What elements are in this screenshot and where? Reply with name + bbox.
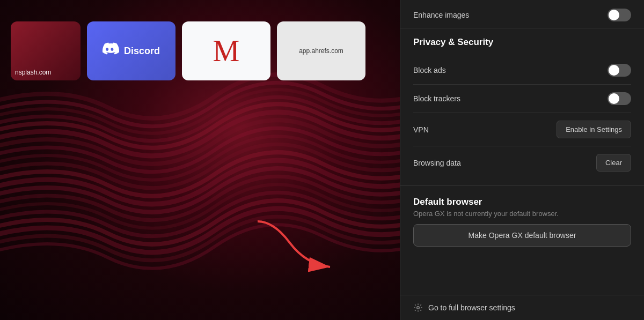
toggle-thumb-trackers — [609, 93, 619, 104]
speed-dial-discord[interactable]: Discord — [87, 21, 175, 80]
block-trackers-label: Block trackers — [413, 94, 460, 103]
enhance-images-toggle[interactable] — [608, 9, 631, 21]
vpn-row: VPN Enable in Settings — [413, 115, 631, 144]
svg-point-1 — [417, 307, 420, 309]
browsing-data-label: Browsing data — [413, 159, 461, 167]
divider-3 — [413, 146, 631, 146]
settings-panel: Enhance images Privacy & Security Block … — [400, 0, 644, 320]
privacy-security-section: Block ads Block trackers VPN Enable in S… — [400, 50, 644, 185]
default-browser-subtext: Opera GX is not currently your default b… — [400, 210, 644, 224]
full-browser-settings-label: Go to full browser settings — [428, 303, 515, 312]
section-divider — [400, 185, 644, 186]
block-ads-row: Block ads — [413, 58, 631, 82]
ahrefs-label: app.ahrefs.com — [299, 47, 343, 55]
block-ads-label: Block ads — [413, 66, 446, 75]
speed-dial-gmail[interactable]: M — [182, 21, 270, 80]
speed-dial-bar: nsplash.com Discord M app.ahrefs.com — [0, 21, 400, 80]
block-trackers-row: Block trackers — [413, 87, 631, 110]
default-browser-heading: Default browser — [400, 188, 644, 210]
block-ads-toggle[interactable] — [608, 64, 631, 77]
vpn-enable-button[interactable]: Enable in Settings — [557, 121, 631, 138]
vpn-label: VPN — [413, 125, 429, 134]
red-arrow — [247, 211, 343, 277]
gmail-icon: M — [213, 36, 240, 66]
gear-icon — [413, 303, 423, 312]
divider-2 — [413, 113, 631, 113]
full-browser-settings-footer[interactable]: Go to full browser settings — [400, 295, 644, 320]
browser-content-panel: nsplash.com Discord M app.ahrefs.com — [0, 0, 400, 320]
block-trackers-toggle[interactable] — [608, 92, 631, 105]
make-default-browser-button[interactable]: Make Opera GX default browser — [413, 224, 631, 247]
divider-1 — [413, 84, 631, 85]
privacy-security-heading: Privacy & Security — [400, 28, 644, 50]
clear-button[interactable]: Clear — [596, 154, 631, 172]
enhance-images-row: Enhance images — [400, 0, 644, 28]
speed-dial-ahrefs[interactable]: app.ahrefs.com — [277, 21, 365, 80]
unsplash-label: nsplash.com — [15, 69, 76, 76]
discord-icon — [103, 41, 120, 62]
discord-label: Discord — [124, 46, 160, 57]
speed-dial-unsplash[interactable]: nsplash.com — [11, 21, 80, 80]
browsing-data-row: Browsing data Clear — [413, 148, 631, 177]
toggle-thumb — [609, 10, 619, 20]
enhance-images-label: Enhance images — [413, 11, 469, 19]
toggle-thumb-ads — [609, 65, 619, 76]
